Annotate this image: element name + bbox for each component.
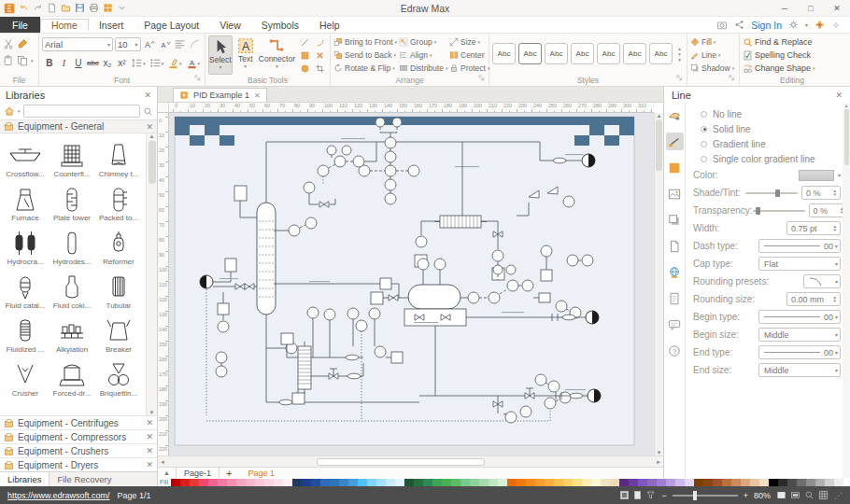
library-shape-reformer[interactable]: Reformer [95, 223, 142, 267]
screenshot-icon[interactable] [716, 20, 728, 31]
styles-scroll-control[interactable]: ▲▼▼ [675, 46, 682, 63]
copy-icon[interactable] [17, 55, 28, 66]
line-menu-button[interactable]: Line▾ [690, 49, 736, 62]
field-control[interactable]: 0.00 mm▲▼ [786, 292, 841, 306]
color-swatch[interactable] [423, 479, 432, 486]
strikethrough-button[interactable]: abc [86, 56, 101, 70]
spinner-arrows-icon[interactable]: ▲▼ [831, 189, 839, 197]
color-swatch[interactable] [498, 479, 507, 486]
color-swatch[interactable] [489, 479, 498, 486]
format-theme-brush-icon[interactable] [666, 106, 684, 124]
color-swatch[interactable] [218, 479, 227, 486]
color-swatch[interactable] [694, 479, 703, 486]
library-shape-breaker[interactable]: Breaker [95, 311, 142, 355]
redo-icon[interactable] [33, 3, 43, 13]
library-shape-packed-tower[interactable]: Packed to... [95, 179, 142, 223]
color-swatch[interactable] [199, 479, 208, 486]
field-spinner[interactable]: 0.00 mm▲▼ [786, 292, 841, 306]
library-shape-chimney[interactable]: Chimney t... [95, 135, 142, 179]
color-swatch[interactable] [208, 479, 218, 486]
share-icon[interactable] [734, 20, 744, 30]
close-button[interactable]: ✕ [824, 0, 850, 16]
collapse-pages-icon[interactable]: ▲ [158, 469, 176, 476]
library-group-close-icon[interactable]: ✕ [146, 122, 153, 132]
font-decrease-button[interactable]: A [158, 37, 171, 51]
font-color-button[interactable]: A▾ [184, 56, 202, 70]
color-swatch[interactable] [274, 479, 283, 486]
field-control[interactable]: 00▾ [758, 345, 841, 359]
line-option-single-color-gradient-line[interactable]: Single color gradient line [693, 151, 841, 166]
copy-caret-icon[interactable]: ▾ [31, 58, 34, 63]
superscript-button[interactable]: x² [115, 56, 130, 70]
font-size-select[interactable]: 10▾ [115, 37, 141, 51]
color-swatch[interactable] [246, 479, 255, 486]
format-page-icon[interactable] [666, 237, 684, 255]
color-swatch[interactable] [507, 479, 517, 486]
library-shape-crusher[interactable]: Crusher [2, 355, 49, 399]
subscript-button[interactable]: x₂ [100, 56, 115, 70]
save-icon[interactable] [75, 3, 85, 13]
font-increase-button[interactable]: A [143, 37, 156, 51]
arrange-bring-to-front-button[interactable]: Bring to Front▾ [333, 35, 395, 49]
arrange-dialog-launcher[interactable] [477, 74, 487, 85]
format-comment-icon[interactable] [666, 315, 684, 333]
color-swatch[interactable] [358, 479, 367, 486]
color-swatch[interactable] [563, 479, 573, 486]
line-panel-scrollbar[interactable]: ▲ [843, 103, 850, 478]
library-shape-furnace[interactable]: Furnace [2, 179, 49, 223]
font-dialog-launcher[interactable] [193, 74, 203, 85]
open-icon[interactable] [61, 3, 71, 13]
tab-home[interactable]: Home [40, 19, 89, 31]
color-swatch[interactable] [236, 479, 246, 486]
library-group-item-close-icon[interactable]: ✕ [146, 460, 153, 469]
format-help-icon[interactable]: ? [666, 342, 684, 359]
spelling-check-button[interactable]: Spelling Check [743, 49, 842, 62]
field-control[interactable]: 0 %▲▼ [745, 186, 841, 200]
bullets-button[interactable]: ▾ [148, 56, 165, 70]
color-swatch[interactable] [190, 479, 199, 486]
color-swatch[interactable] [227, 479, 236, 486]
library-group-item[interactable]: Equipment - Compressors✕ [0, 429, 157, 443]
arrange-group-button[interactable]: Group▾ [399, 35, 446, 49]
field-spinner[interactable]: 0.75 pt▲▼ [786, 221, 841, 235]
tab-insert[interactable]: Insert [89, 20, 134, 31]
tab-page-layout[interactable]: Page Layout [134, 20, 209, 31]
line-option-solid-line[interactable]: Solid line [693, 121, 841, 136]
color-swatch[interactable] [619, 479, 629, 486]
format-line-tool-icon[interactable] [666, 133, 684, 150]
arc-button[interactable] [189, 37, 202, 51]
field-control[interactable]: 0.75 pt▲▼ [786, 221, 841, 235]
effects-dialog-launcher[interactable] [728, 74, 737, 85]
field-dropdown[interactable]: 00▾ [758, 345, 841, 359]
tool-crop-button[interactable] [312, 63, 327, 75]
tab-help[interactable]: Help [309, 20, 350, 31]
style-preset-2[interactable]: Abc [518, 43, 542, 64]
library-shape-briquetting[interactable]: Briquettin... [95, 355, 142, 399]
fill-menu-button[interactable]: Fill▾ [690, 35, 736, 49]
paste-icon[interactable] [3, 55, 14, 66]
theme-flower-icon[interactable] [815, 20, 825, 30]
field-control[interactable]: Middle▾ [758, 363, 841, 377]
arrange-align-button[interactable]: Align▾ [399, 49, 446, 62]
color-swatch[interactable] [376, 479, 386, 486]
field-dropdown[interactable]: Middle▾ [758, 363, 841, 377]
slider-knob[interactable] [756, 207, 760, 215]
theme-icon[interactable] [103, 3, 113, 13]
zoom-in-button[interactable]: + [744, 491, 748, 500]
font-family-select[interactable]: Arial▾ [42, 37, 113, 51]
align-button[interactable] [173, 37, 186, 51]
color-swatch[interactable] [395, 479, 404, 486]
field-control[interactable]: Middle▾ [758, 328, 841, 342]
panel-tab-file-recovery[interactable]: File Recovery [50, 472, 119, 486]
color-swatch[interactable] [432, 479, 442, 486]
text-tool-button[interactable]: AText▾ [234, 35, 257, 75]
fit-page-icon[interactable] [790, 490, 800, 500]
library-shape-hydrodesulf[interactable]: Hydrodes... [49, 223, 95, 267]
color-swatch[interactable] [647, 479, 657, 486]
color-swatch[interactable] [759, 479, 769, 486]
library-group-item[interactable]: Equipment - Crushers✕ [0, 443, 157, 457]
document-tab[interactable]: PID Example 1 ✕ [173, 88, 267, 102]
line-panel-close-icon[interactable]: ✕ [835, 91, 843, 100]
color-swatch[interactable] [442, 479, 451, 486]
library-shape-crossflow[interactable]: Crossflow... [2, 135, 49, 179]
